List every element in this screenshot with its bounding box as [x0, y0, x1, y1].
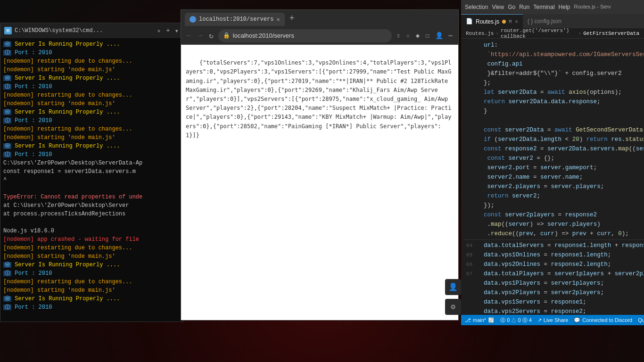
code-text: server2.port = server.gameport;	[465, 163, 597, 173]
terminal-dropdown-button[interactable]: ▾	[174, 27, 180, 35]
terminal-line	[3, 184, 181, 193]
vscode-menu-selection[interactable]: Selection	[465, 4, 488, 10]
vscode-menu-help[interactable]: Help	[559, 4, 570, 10]
terminal-line: ⓘ Port : 2010	[3, 150, 181, 159]
terminal-close-button[interactable]: ✕	[156, 27, 162, 34]
code-text: return server2Data.data.response;	[465, 97, 601, 107]
terminal-line: ⓦ Server Is Running Properly ....	[3, 40, 181, 49]
tab-switcher-button[interactable]: ☐	[423, 31, 431, 41]
terminal-line: C:\Users\'Zer0Power\Desktop\ServerData-A…	[3, 159, 181, 167]
terminal-line: ^	[3, 176, 181, 184]
code-line: return server2Data.data.response;	[465, 97, 644, 107]
code-editor[interactable]: url: `https://api.steampowered.com/IGame…	[461, 39, 644, 315]
browser-titlebar: localhost:2010/servers ✕ +	[181, 10, 458, 27]
status-discord[interactable]: 💬 Connected to Discord	[574, 317, 632, 323]
code-line: config.api	[465, 59, 644, 69]
discord-icon: 💬	[574, 317, 580, 323]
code-text: data.vps1Players = server1players;	[465, 279, 604, 288]
terminal-line: [nodemon] starting 'node main.js'	[3, 99, 181, 108]
code-line: .map((server) => server.players)	[465, 220, 644, 229]
secure-icon: 🔒	[223, 32, 230, 39]
browser-nav-actions: ⇧ ☆ ◆ ☐ 👤 ⋯	[395, 31, 454, 41]
terminal-line: ⓘ Port : 2010	[3, 303, 181, 312]
browser-tab-close-button[interactable]: ✕	[276, 16, 280, 23]
code-line: .reduce((prev, curr) => prev + curr, 0);	[465, 229, 644, 239]
status-errors-warnings[interactable]: ⓪ 0 △ 0 ⓪ 4	[500, 317, 532, 324]
code-text: data.vps2Players = server2players;	[465, 288, 604, 297]
code-line: }&filter=addr${"\\"}` + config.server2	[465, 69, 644, 78]
code-line: server2.players = server.players;	[465, 182, 644, 191]
code-text: let server2Data = await axios(options);	[465, 88, 622, 97]
browser-tab-active[interactable]: localhost:2010/servers ✕	[185, 13, 285, 26]
terminal-line: ⓦ Server Is Running Properly ....	[3, 295, 181, 303]
code-text: server2.players = server.players;	[465, 182, 604, 191]
code-line: 64data.totalServers = response1.length +…	[465, 241, 644, 250]
vscode-menu-terminal[interactable]: Terminal	[533, 4, 554, 10]
code-line: });	[465, 201, 644, 210]
terminal-line: ⓘ Port : 2010	[3, 269, 181, 278]
errors-text: ⓪ 0 △ 0 ⓪ 4	[500, 317, 532, 324]
terminal-line: Node.js v18.6.0	[3, 227, 181, 235]
code-text: });	[465, 201, 495, 210]
browser-forward-button[interactable]: →	[196, 31, 205, 41]
profile-button[interactable]: 👤	[433, 31, 445, 41]
vscode-code-area: url: `https://api.steampowered.com/IGame…	[461, 39, 644, 315]
share-button[interactable]: ⇧	[395, 31, 402, 41]
terminal-line: TypeError: Cannot read properties of und…	[3, 193, 181, 201]
routes-tab-file-icon: 📄	[466, 18, 473, 25]
vscode-tabs-bar: 📄 Routes.js M ✕ { } config.json	[461, 14, 644, 28]
routes-tab-close[interactable]: M ✕	[509, 18, 518, 25]
code-line: if (server2Data.length < 20) return res.…	[465, 135, 644, 144]
routes-tab-label: Routes.js	[476, 18, 499, 25]
code-line: const response2 = server2Data.servers.ma…	[465, 144, 644, 154]
vscode-breadcrumb: Routes.js › router.get('/servers') callb…	[461, 28, 644, 39]
breadcrumb-routes: Routes.js	[466, 31, 494, 36]
code-line: 65data.vps1Onlines = response1.length;	[465, 250, 644, 260]
bookmark-button[interactable]: ☆	[404, 31, 412, 41]
terminal-line: [nodemon] starting 'node main.js'	[3, 133, 181, 142]
browser-navbar: ← → ↻ 🔒 localhost:2010/servers ⇧ ☆ ◆ ☐ 👤…	[181, 27, 458, 45]
vscode-menu: Selection View Go Run Terminal Help Rout…	[465, 4, 611, 10]
browser-back-button[interactable]: ←	[185, 31, 193, 41]
settings-button[interactable]: ⚙	[445, 299, 461, 315]
terminal-line: ⓘ Port : 2010	[3, 82, 181, 91]
code-line: server2.port = server.gameport;	[465, 163, 644, 173]
code-line: const server2Data = await GetSecondServe…	[465, 125, 644, 135]
terminal-new-tab-button[interactable]: +	[165, 27, 171, 34]
terminal-line: at process.processTicksAndRejections	[3, 210, 181, 218]
code-text: url:	[465, 41, 498, 50]
code-text: }	[465, 107, 487, 116]
vscode-menu-go[interactable]: Go	[508, 4, 515, 10]
user-profile-button[interactable]: 👤	[445, 279, 461, 295]
terminal-line: [nodemon] restarting due to changes...	[3, 278, 181, 286]
vscode-menu-run[interactable]: Run	[519, 4, 529, 10]
browser-menu-button[interactable]: ⋯	[447, 31, 454, 41]
terminal-titlebar: ⊞ C:\WINDOWS\system32\cmd... ✕ + ▾	[0, 23, 183, 38]
code-line: data.vps1Servers = response1;	[465, 297, 644, 307]
vscode-menu-view[interactable]: View	[492, 4, 504, 10]
code-line: let server2Data = await axios(options);	[465, 88, 644, 97]
code-text: };	[465, 78, 491, 88]
status-quokka[interactable]: Quokka	[638, 317, 644, 323]
code-text: const server2 = {};	[465, 154, 554, 163]
extensions-button[interactable]: ◆	[414, 31, 421, 41]
code-text: const response2 = server2Data.servers.ma…	[465, 144, 644, 154]
address-bar[interactable]: 🔒 localhost:2010/servers	[218, 29, 392, 42]
terminal-title: C:\WINDOWS\system32\cmd...	[15, 27, 153, 34]
browser-new-tab-button[interactable]: +	[288, 14, 297, 23]
browser-refresh-button[interactable]: ↻	[207, 30, 215, 41]
tab-favicon-icon	[190, 16, 196, 23]
status-branch[interactable]: ⎇ main* 🔄	[465, 317, 495, 323]
code-line: data.vps2Servers = response2;	[465, 307, 644, 315]
vscode-tab-config[interactable]: { } config.json	[523, 14, 566, 28]
vscode-tab-routes[interactable]: 📄 Routes.js M ✕	[461, 14, 523, 28]
terminal-window: ⊞ C:\WINDOWS\system32\cmd... ✕ + ▾ ⓦ Ser…	[0, 23, 184, 322]
browser-json-content: {"totalServers":7,"vps1Onlines":3,"vps2O…	[186, 59, 452, 139]
code-text: 66data.vps2Onlines = response2.length;	[465, 260, 611, 269]
address-text: localhost:2010/servers	[233, 32, 294, 39]
code-text: .map((server) => server.players)	[465, 220, 601, 229]
discord-label: Connected to Discord	[582, 317, 632, 323]
status-live-share[interactable]: ↗ Live Share	[537, 317, 569, 323]
code-text: const server2Data = await GetSecondServe…	[465, 125, 644, 135]
code-text: server2.name = server.name;	[465, 173, 583, 182]
